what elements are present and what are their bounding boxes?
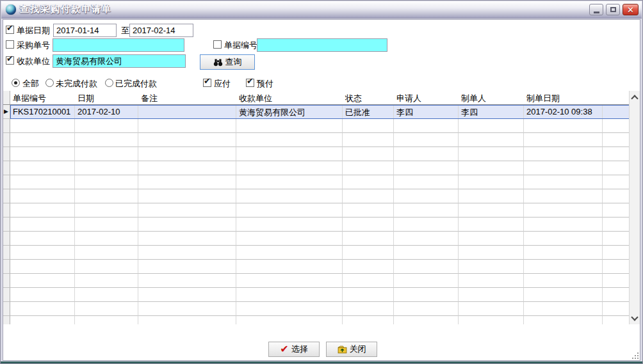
table-cell <box>10 189 75 203</box>
filler-cell <box>603 316 630 324</box>
column-header[interactable]: 备注 <box>138 91 236 104</box>
close-button[interactable]: ✕ <box>623 4 639 15</box>
column-header[interactable]: 收款单位 <box>236 91 343 104</box>
table-cell <box>236 274 343 288</box>
maximize-button[interactable] <box>606 4 620 15</box>
table-cell <box>10 119 75 133</box>
search-button[interactable]: 查询 <box>200 54 255 70</box>
table-cell[interactable]: FKS170210001 <box>10 105 75 119</box>
table-cell <box>524 203 603 218</box>
table-cell <box>459 260 524 274</box>
table-cell[interactable]: 已批准 <box>343 105 394 119</box>
binoculars-icon <box>213 58 223 67</box>
close-dialog-button[interactable]: 关闭 <box>326 342 377 357</box>
title-bar[interactable]: 查找采购付款申请单 ✕ <box>1 1 642 19</box>
table-cell <box>394 316 459 324</box>
filler-cell <box>603 288 630 302</box>
filler-cell <box>603 218 630 232</box>
table-cell <box>459 189 524 203</box>
table-cell <box>524 161 603 175</box>
filler-cell <box>603 161 630 175</box>
dialog-window: 查找采购付款申请单 ✕ ✔ 单据日期 至 采购单号 单据编号 ✔ 收款单位 <box>0 0 643 364</box>
table-row[interactable]: ▶FKS1702100012017-02-10黄海贸易有限公司已批准李四李四20… <box>3 105 630 119</box>
empty-table-row <box>3 232 630 246</box>
table-cell[interactable]: 2017-02-10 09:38 <box>524 105 603 119</box>
table-cell <box>75 133 138 147</box>
table-cell[interactable]: 2017-02-10 <box>75 105 138 119</box>
table-cell <box>459 119 524 133</box>
column-header[interactable]: 状态 <box>343 91 394 104</box>
table-cell <box>394 218 459 232</box>
payable-checkbox[interactable]: ✔ <box>203 79 211 87</box>
select-button-label: 选择 <box>291 344 308 355</box>
purchase-no-checkbox[interactable] <box>6 40 14 49</box>
date-to-input[interactable] <box>129 24 193 37</box>
radio-all[interactable] <box>12 79 20 87</box>
doc-no-input[interactable] <box>257 38 387 52</box>
select-button[interactable]: ✔ 选择 <box>268 342 320 357</box>
table-cell <box>236 133 343 147</box>
red-check-icon: ✔ <box>280 345 288 354</box>
table-cell <box>343 147 394 161</box>
table-cell <box>10 246 75 260</box>
scroll-down-button[interactable] <box>630 313 640 323</box>
table-cell[interactable]: 李四 <box>459 105 524 119</box>
empty-table-row <box>3 203 630 218</box>
doc-no-label: 单据编号 <box>224 40 257 51</box>
table-cell[interactable]: 李四 <box>394 105 459 119</box>
table-cell <box>524 316 603 324</box>
dialog-client-area: ✔ 单据日期 至 采购单号 单据编号 ✔ 收款单位 查询 全部 <box>3 19 640 361</box>
row-indicator <box>3 218 10 232</box>
table-cell <box>459 316 524 324</box>
table-cell <box>75 246 138 260</box>
column-header[interactable]: 申请人 <box>394 91 459 104</box>
results-grid: 单据编号日期备注收款单位状态申请人制单人制单日期 ▶FKS17021000120… <box>3 91 630 335</box>
table-cell <box>138 133 236 147</box>
scroll-up-button[interactable] <box>630 92 640 102</box>
column-header[interactable]: 单据编号 <box>10 91 75 104</box>
table-cell <box>394 175 459 189</box>
table-cell <box>459 288 524 302</box>
table-cell[interactable]: 黄海贸易有限公司 <box>236 105 343 119</box>
table-cell <box>10 316 75 324</box>
table-cell <box>236 119 343 133</box>
payee-input[interactable] <box>53 54 186 68</box>
table-cell <box>343 260 394 274</box>
table-cell <box>343 316 394 324</box>
grid-body: ▶FKS1702100012017-02-10黄海贸易有限公司已批准李四李四20… <box>3 105 630 324</box>
date-from-input[interactable] <box>53 24 117 37</box>
checkmark-icon: ✔ <box>6 54 13 63</box>
filler-cell <box>603 105 630 119</box>
minimize-button[interactable] <box>589 4 603 15</box>
table-cell <box>10 161 75 175</box>
prepay-checkbox[interactable]: ✔ <box>246 79 254 87</box>
column-header[interactable]: 制单人 <box>459 91 524 104</box>
table-cell <box>138 274 236 288</box>
date-filter-checkbox[interactable]: ✔ <box>6 26 14 34</box>
table-cell <box>236 288 343 302</box>
radio-unfinished[interactable] <box>45 79 54 87</box>
table-cell <box>459 203 524 218</box>
radio-finished[interactable] <box>105 79 113 87</box>
empty-table-row <box>3 189 630 203</box>
column-header[interactable]: 制单日期 <box>524 91 603 104</box>
table-cell <box>394 203 459 218</box>
table-cell <box>343 189 394 203</box>
radio-unfinished-label: 未完成付款 <box>56 78 97 90</box>
row-indicator <box>3 175 10 189</box>
resize-grip[interactable] <box>631 351 639 359</box>
table-cell <box>138 189 236 203</box>
doc-no-checkbox[interactable] <box>213 40 222 49</box>
column-header[interactable]: 日期 <box>75 91 138 104</box>
table-cell[interactable] <box>138 105 236 119</box>
table-cell <box>75 316 138 324</box>
vertical-scrollbar[interactable] <box>629 91 640 324</box>
row-indicator: ▶ <box>3 105 10 119</box>
payee-checkbox[interactable]: ✔ <box>6 56 14 65</box>
table-cell <box>75 302 138 316</box>
table-cell <box>394 274 459 288</box>
table-cell <box>524 119 603 133</box>
purchase-no-input[interactable] <box>53 38 184 52</box>
filler-cell <box>603 246 630 260</box>
table-cell <box>524 175 603 189</box>
